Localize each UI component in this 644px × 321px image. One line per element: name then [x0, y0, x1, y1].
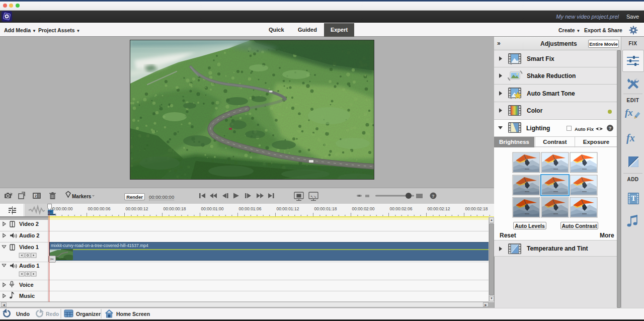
svg-text:2: 2: [35, 194, 37, 198]
svg-text:00:00:01:18: 00:00:01:18: [314, 206, 337, 211]
svg-text:00:00:01:00: 00:00:01:00: [201, 206, 224, 211]
svg-text:00:00:01:06: 00:00:01:06: [239, 206, 262, 211]
svg-text:00:00:01:12: 00:00:01:12: [277, 206, 299, 211]
svg-text:00:00:00:06: 00:00:00:06: [88, 206, 111, 211]
svg-text:00:00:02:06: 00:00:02:06: [390, 206, 413, 211]
svg-text:00:00:00:18: 00:00:00:18: [164, 206, 186, 211]
svg-text:↖↘: ↖↘: [310, 195, 316, 198]
svg-text:00:00:02:12: 00:00:02:12: [428, 206, 450, 211]
svg-text:?: ?: [432, 194, 435, 199]
svg-text:00:00:02:00: 00:00:02:00: [352, 206, 375, 211]
svg-text:00:00:00:12: 00:00:00:12: [126, 206, 148, 211]
svg-text:00:00:02:18: 00:00:02:18: [465, 206, 488, 211]
